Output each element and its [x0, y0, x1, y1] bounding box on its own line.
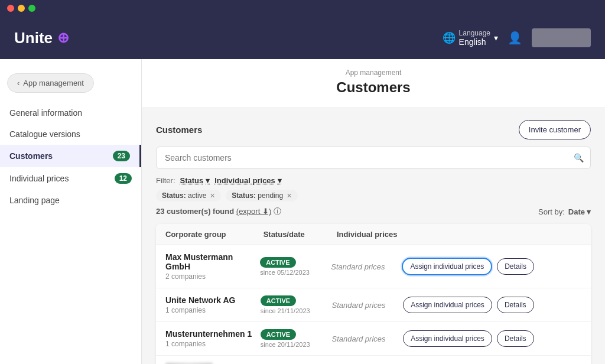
table-row: 1 companies ACTIVE since 14/11/2023 Stan…	[156, 356, 591, 364]
individual-price: Standard prices	[332, 301, 404, 310]
sort-label: Sort by:	[538, 207, 565, 216]
avatar	[532, 28, 591, 47]
individual-price: Standard prices	[331, 262, 402, 271]
breadcrumb: App management	[156, 69, 591, 77]
status-filter-label: Status	[180, 176, 204, 185]
sort-value[interactable]: Date ▾	[568, 207, 591, 216]
table-row: Max Mustermann GmbH 2 companies ACTIVE s…	[156, 245, 591, 288]
status-filter-dropdown[interactable]: Status ▾	[180, 176, 210, 185]
section-title: Customers	[156, 125, 202, 135]
company-sub: 1 companies	[165, 306, 261, 314]
content-area: Customers Invite customer 🔍 Filter: Stat…	[142, 108, 605, 364]
assign-individual-prices-button[interactable]: Assign individual prices	[402, 258, 492, 275]
filter-label: Filter:	[156, 176, 175, 185]
chip-label: Status: active	[162, 191, 206, 200]
info-icon: ⓘ	[274, 207, 281, 216]
search-icon[interactable]: 🔍	[574, 153, 584, 162]
filter-chip-pending: Status: pending ✕	[226, 190, 298, 202]
nav-badge-customers: 23	[113, 151, 130, 161]
export-link[interactable]: (export ⬇)	[236, 207, 271, 216]
col-individual-prices: Individual prices	[337, 230, 410, 239]
section-header: Customers Invite customer	[156, 120, 591, 139]
invite-customer-button[interactable]: Invite customer	[519, 120, 591, 139]
minimize-dot	[18, 5, 25, 12]
language-label: Language	[459, 29, 490, 37]
company-cell: Musterunternehmen 1 1 companies	[165, 329, 261, 348]
company-name: Musterunternehmen 1	[165, 329, 261, 339]
logo-text: Unite	[14, 29, 53, 47]
page-title: Customers	[156, 79, 591, 96]
chevron-down-icon: ▾	[278, 176, 282, 185]
main-content: App management Customers Customers Invit…	[142, 59, 605, 364]
nav-item-label: Landing page	[9, 196, 60, 205]
chevron-down-icon: ▾	[206, 176, 210, 185]
assign-individual-prices-button[interactable]: Assign individual prices	[403, 330, 492, 347]
header-right: 🌐 Language English ▾ 👤	[443, 28, 591, 47]
sidebar-item-individual[interactable]: Individual prices12	[0, 167, 141, 190]
back-button[interactable]: ‹ App management	[7, 73, 94, 93]
company-name: Unite Network AG	[165, 295, 261, 305]
chip-label: Status: pending	[232, 191, 283, 200]
status-date: since 20/11/2023	[261, 341, 332, 348]
back-icon: ‹	[17, 79, 19, 87]
sidebar-item-catalogue[interactable]: Catalogue versions	[0, 124, 141, 145]
nav-badge-individual: 12	[115, 173, 132, 184]
individual-filter-label: Individual prices	[214, 176, 275, 185]
globe-icon: 🌐	[443, 31, 456, 44]
company-name: Max Mustermann GmbH	[165, 252, 260, 271]
action-buttons: Assign individual prices Details	[402, 258, 534, 275]
results-count: 23 customer(s) found	[156, 207, 234, 216]
chevron-down-icon: ▾	[494, 33, 498, 43]
company-cell: Max Mustermann GmbH 2 companies	[165, 252, 260, 281]
table-header: Corporate group Status/date Individual p…	[156, 224, 591, 245]
sidebar: ‹ App management General informationCata…	[0, 59, 142, 364]
details-button[interactable]: Details	[497, 330, 534, 347]
action-buttons: Assign individual prices Details	[403, 330, 534, 347]
status-cell: ACTIVE since 20/11/2023	[261, 329, 332, 348]
logo: Unite ⊕	[14, 29, 69, 47]
results-bar: 23 customer(s) found (export ⬇) ⓘ Sort b…	[156, 206, 591, 217]
nav-item-label: Customers	[9, 151, 53, 161]
user-icon[interactable]: 👤	[508, 31, 522, 45]
logo-icon: ⊕	[57, 30, 69, 46]
col-corporate-group: Corporate group	[165, 230, 264, 239]
filter-chip-active: Status: active ✕	[156, 190, 221, 202]
customers-table: Corporate group Status/date Individual p…	[156, 224, 591, 364]
company-sub: 1 companies	[165, 340, 261, 348]
nav-item-label: Individual prices	[9, 174, 69, 183]
remove-filter-active[interactable]: ✕	[210, 192, 215, 200]
sidebar-item-landing[interactable]: Landing page	[0, 190, 141, 211]
status-cell: ACTIVE since 21/11/2023	[261, 295, 332, 314]
sidebar-item-customers[interactable]: Customers23	[0, 145, 141, 167]
sidebar-item-general[interactable]: General information	[0, 102, 141, 124]
individual-prices-filter-dropdown[interactable]: Individual prices ▾	[214, 176, 282, 185]
col-status-date: Status/date	[264, 230, 337, 239]
table-row: Unite Network AG 1 companies ACTIVE sinc…	[156, 288, 591, 322]
col-actions	[410, 230, 532, 239]
header: Unite ⊕ 🌐 Language English ▾ 👤	[0, 17, 605, 59]
status-cell: ACTIVE since 05/12/2023	[260, 257, 331, 276]
sort-control: Sort by: Date ▾	[538, 207, 591, 216]
status-date: since 21/11/2023	[261, 307, 332, 314]
status-badge: ACTIVE	[261, 295, 296, 306]
active-filters-row: Status: active ✕ Status: pending ✕	[156, 190, 591, 202]
nav-item-label: Catalogue versions	[9, 129, 80, 139]
action-buttons: Assign individual prices Details	[403, 297, 534, 313]
individual-price: Standard prices	[332, 334, 404, 343]
remove-filter-pending[interactable]: ✕	[287, 192, 292, 200]
table-row: Musterunternehmen 1 1 companies ACTIVE s…	[156, 322, 591, 356]
assign-individual-prices-button[interactable]: Assign individual prices	[403, 297, 492, 313]
language-selector[interactable]: 🌐 Language English ▾	[443, 29, 498, 47]
close-dot	[7, 5, 14, 12]
details-button[interactable]: Details	[497, 258, 534, 275]
status-date: since 05/12/2023	[260, 269, 331, 276]
search-input[interactable]	[156, 147, 591, 169]
filter-row: Filter: Status ▾ Individual prices ▾	[156, 176, 591, 185]
search-container: 🔍	[156, 147, 591, 169]
status-badge: ACTIVE	[261, 329, 296, 340]
breadcrumb-area: App management Customers	[142, 59, 605, 108]
details-button[interactable]: Details	[497, 297, 534, 313]
app-layout: ‹ App management General informationCata…	[0, 59, 605, 364]
status-badge: ACTIVE	[260, 257, 295, 268]
nav-item-label: General information	[9, 108, 82, 118]
